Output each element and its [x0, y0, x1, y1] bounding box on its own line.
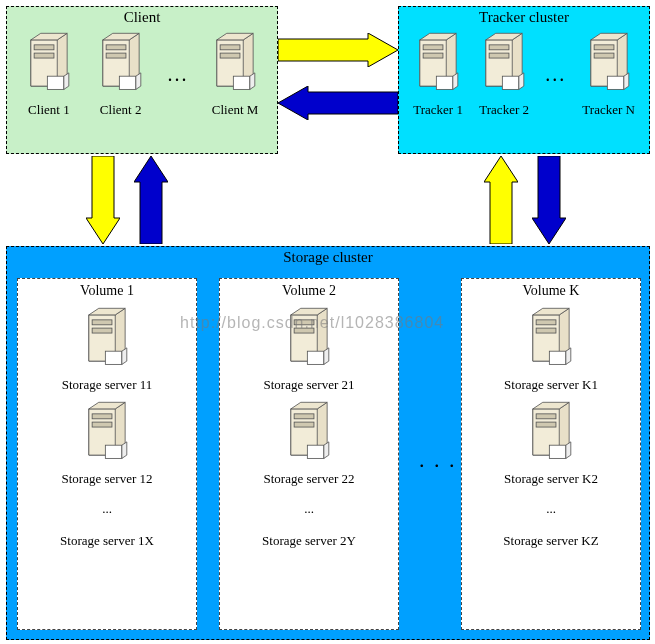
storage-server-label: Storage server K1	[504, 377, 598, 393]
storage-server-node: Storage server 22	[220, 399, 398, 487]
volume-title: Volume 1	[18, 283, 196, 299]
volume-box: Volume 2 Storage server 21 Storage serve…	[219, 278, 399, 630]
arrow-tracker-to-storage	[532, 156, 566, 244]
server-icon	[82, 399, 132, 465]
svg-rect-10	[106, 45, 126, 50]
svg-rect-45	[92, 320, 112, 325]
client-node: Client 1	[24, 30, 74, 118]
client-label: Client M	[212, 102, 259, 118]
volume-title: Volume 2	[220, 283, 398, 299]
server-icon	[526, 305, 576, 371]
server-icon	[584, 30, 634, 96]
client-node: Client 2	[96, 30, 146, 118]
svg-marker-86	[86, 156, 120, 244]
server-icon	[413, 30, 463, 96]
svg-rect-38	[594, 45, 614, 50]
svg-rect-25	[423, 53, 443, 58]
svg-rect-11	[106, 53, 126, 58]
ellipsis: ...	[18, 501, 196, 517]
arrow-storage-to-client	[134, 156, 168, 244]
storage-server-node: Storage server K2	[462, 399, 640, 487]
svg-marker-83	[566, 442, 571, 459]
server-icon	[526, 399, 576, 465]
tracker-node: Tracker N	[582, 30, 635, 118]
server-icon	[82, 305, 132, 371]
svg-rect-82	[549, 445, 566, 458]
svg-rect-74	[536, 328, 556, 333]
client-label: Client 2	[100, 102, 142, 118]
storage-server-label: Storage server K2	[504, 471, 598, 487]
svg-rect-39	[594, 53, 614, 58]
svg-rect-26	[436, 76, 453, 89]
svg-rect-46	[92, 328, 112, 333]
svg-marker-6	[64, 73, 69, 90]
svg-marker-13	[135, 73, 140, 90]
svg-marker-85	[278, 86, 398, 120]
svg-rect-61	[307, 351, 324, 364]
client-cluster-title: Client	[7, 9, 277, 26]
arrow-storage-to-tracker	[484, 156, 518, 244]
storage-server-node: Storage server 12	[18, 399, 196, 487]
server-icon	[479, 30, 529, 96]
svg-rect-75	[549, 351, 566, 364]
tracker-label: Tracker 2	[479, 102, 529, 118]
server-icon	[24, 30, 74, 96]
svg-rect-52	[92, 414, 112, 419]
tracker-node: Tracker 2	[479, 30, 529, 118]
storage-server-label: Storage server 2Y	[220, 533, 398, 549]
storage-server-label: Storage server KZ	[462, 533, 640, 549]
svg-marker-88	[484, 156, 518, 244]
ellipsis: . . .	[419, 447, 457, 473]
svg-rect-60	[294, 328, 314, 333]
tracker-label: Tracker 1	[413, 102, 463, 118]
client-node: Client M	[210, 30, 260, 118]
storage-cluster-title: Storage cluster	[7, 249, 649, 266]
storage-server-label: Storage server 22	[264, 471, 355, 487]
tracker-label: Tracker N	[582, 102, 635, 118]
svg-marker-34	[519, 73, 524, 90]
arrow-client-to-tracker	[278, 33, 398, 67]
tracker-cluster: Tracker cluster Tracker 1 Tracker 2 ...	[398, 6, 650, 154]
svg-rect-73	[536, 320, 556, 325]
svg-rect-68	[307, 445, 324, 458]
storage-server-label: Storage server 12	[62, 471, 153, 487]
storage-server-node: Storage server K1	[462, 305, 640, 393]
svg-rect-40	[607, 76, 624, 89]
svg-rect-54	[105, 445, 122, 458]
svg-rect-53	[92, 422, 112, 427]
svg-marker-69	[324, 442, 329, 459]
svg-rect-80	[536, 414, 556, 419]
svg-rect-3	[34, 45, 54, 50]
tracker-cluster-title: Tracker cluster	[399, 9, 649, 26]
svg-rect-66	[294, 414, 314, 419]
ellipsis: ...	[167, 63, 188, 86]
svg-rect-12	[119, 76, 136, 89]
svg-marker-62	[324, 348, 329, 365]
storage-server-label: Storage server 1X	[18, 533, 196, 549]
svg-rect-19	[233, 76, 250, 89]
volume-box: Volume K Storage server K1 Storage serve…	[461, 278, 641, 630]
storage-server-label: Storage server 11	[62, 377, 153, 393]
volume-box: Volume 1 Storage server 11 Storage serve…	[17, 278, 197, 630]
svg-rect-18	[220, 53, 240, 58]
svg-marker-48	[122, 348, 127, 365]
svg-marker-55	[122, 442, 127, 459]
svg-rect-67	[294, 422, 314, 427]
server-icon	[210, 30, 260, 96]
svg-marker-41	[623, 73, 628, 90]
svg-marker-84	[278, 33, 398, 67]
ellipsis: ...	[462, 501, 640, 517]
storage-server-label: Storage server 21	[264, 377, 355, 393]
arrow-tracker-to-client	[278, 86, 398, 120]
svg-marker-87	[134, 156, 168, 244]
svg-rect-47	[105, 351, 122, 364]
server-icon	[284, 305, 334, 371]
svg-rect-81	[536, 422, 556, 427]
svg-rect-33	[502, 76, 518, 89]
svg-rect-24	[423, 45, 443, 50]
volume-title: Volume K	[462, 283, 640, 299]
tracker-node: Tracker 1	[413, 30, 463, 118]
svg-rect-59	[294, 320, 314, 325]
svg-rect-5	[47, 76, 64, 89]
client-cluster: Client Client 1 Client 2 ...	[6, 6, 278, 154]
